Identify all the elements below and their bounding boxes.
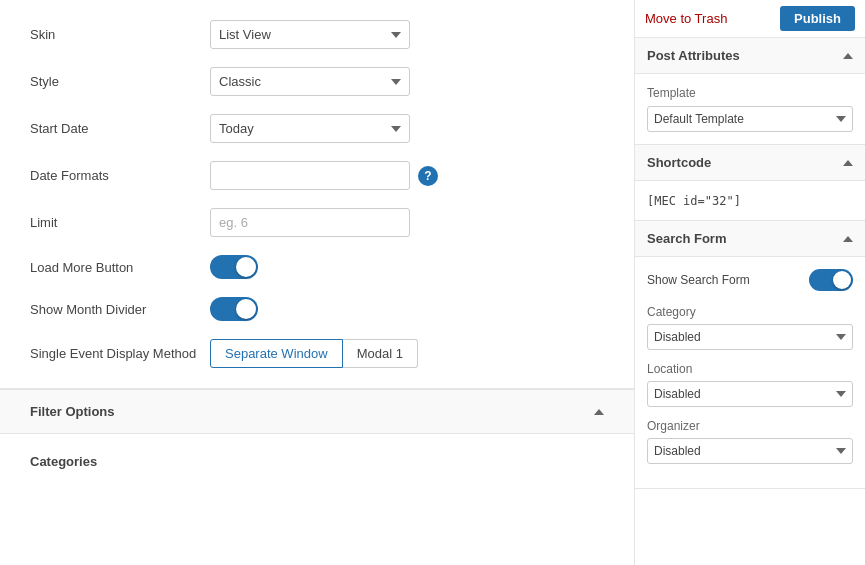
show-month-row: Show Month Divider xyxy=(30,297,604,321)
template-label: Template xyxy=(647,86,853,100)
modal-button[interactable]: Modal 1 xyxy=(343,339,418,368)
load-more-row: Load More Button xyxy=(30,255,604,279)
shortcode-value: [MEC id="32"] xyxy=(647,194,741,208)
skin-select[interactable]: List View Grid View Monthly View xyxy=(210,20,410,49)
start-date-row: Start Date Today Tomorrow This Week xyxy=(30,114,604,143)
sidebar-top-bar: Move to Trash Publish xyxy=(635,0,865,38)
shortcode-title: Shortcode xyxy=(647,155,711,170)
single-event-label: Single Event Display Method xyxy=(30,346,210,361)
organizer-select[interactable]: Disabled Enabled xyxy=(647,438,853,464)
load-more-label: Load More Button xyxy=(30,260,210,275)
post-attributes-title: Post Attributes xyxy=(647,48,740,63)
filter-options-title: Filter Options xyxy=(30,404,115,419)
category-select[interactable]: Disabled Enabled xyxy=(647,324,853,350)
post-attributes-widget: Post Attributes Template Default Templat… xyxy=(635,38,865,145)
limit-control xyxy=(210,208,410,237)
start-date-label: Start Date xyxy=(30,121,210,136)
load-more-toggle-wrap xyxy=(210,255,258,279)
style-select[interactable]: Classic Modern xyxy=(210,67,410,96)
show-month-toggle[interactable] xyxy=(210,297,258,321)
main-panel: Skin List View Grid View Monthly View St… xyxy=(0,0,635,565)
category-label: Category xyxy=(647,305,853,319)
shortcode-widget: Shortcode [MEC id="32"] xyxy=(635,145,865,221)
post-attributes-body: Template Default Template xyxy=(635,74,865,144)
style-control: Classic Modern xyxy=(210,67,410,96)
shortcode-chevron-icon xyxy=(843,160,853,166)
shortcode-header[interactable]: Shortcode xyxy=(635,145,865,181)
show-search-form-toggle[interactable] xyxy=(809,269,853,291)
location-label: Location xyxy=(647,362,853,376)
shortcode-body: [MEC id="32"] xyxy=(635,181,865,220)
show-month-label: Show Month Divider xyxy=(30,302,210,317)
style-label: Style xyxy=(30,74,210,89)
limit-row: Limit xyxy=(30,208,604,237)
skin-row: Skin List View Grid View Monthly View xyxy=(30,20,604,49)
organizer-label: Organizer xyxy=(647,419,853,433)
show-search-form-label: Show Search Form xyxy=(647,273,750,287)
right-sidebar: Move to Trash Publish Post Attributes Te… xyxy=(635,0,865,565)
skin-label: Skin xyxy=(30,27,210,42)
search-form-chevron-icon xyxy=(843,236,853,242)
load-more-toggle[interactable] xyxy=(210,255,258,279)
date-formats-help-icon[interactable]: ? xyxy=(418,166,438,186)
search-form-title: Search Form xyxy=(647,231,726,246)
show-search-form-row: Show Search Form xyxy=(647,269,853,291)
template-select[interactable]: Default Template xyxy=(647,106,853,132)
filter-options-header[interactable]: Filter Options xyxy=(0,390,634,434)
location-select[interactable]: Disabled Enabled xyxy=(647,381,853,407)
skin-control: List View Grid View Monthly View xyxy=(210,20,410,49)
publish-button[interactable]: Publish xyxy=(780,6,855,31)
categories-title: Categories xyxy=(30,454,604,469)
move-to-trash-link[interactable]: Move to Trash xyxy=(645,11,727,26)
limit-input[interactable] xyxy=(210,208,410,237)
single-event-row: Single Event Display Method Separate Win… xyxy=(30,339,604,368)
post-attributes-chevron-icon xyxy=(843,53,853,59)
filter-options-section: Filter Options Categories xyxy=(0,389,634,489)
search-form-body: Show Search Form Category Disabled Enabl… xyxy=(635,257,865,488)
date-formats-row: Date Formats M d Y ? xyxy=(30,161,604,190)
form-section: Skin List View Grid View Monthly View St… xyxy=(0,0,634,389)
search-form-widget: Search Form Show Search Form Category Di… xyxy=(635,221,865,489)
start-date-control: Today Tomorrow This Week xyxy=(210,114,410,143)
show-month-toggle-wrap xyxy=(210,297,258,321)
date-formats-control: M d Y xyxy=(210,161,410,190)
date-formats-label: Date Formats xyxy=(30,168,210,183)
limit-label: Limit xyxy=(30,215,210,230)
style-row: Style Classic Modern xyxy=(30,67,604,96)
single-event-btn-group: Separate Window Modal 1 xyxy=(210,339,418,368)
start-date-select[interactable]: Today Tomorrow This Week xyxy=(210,114,410,143)
post-attributes-header[interactable]: Post Attributes xyxy=(635,38,865,74)
filter-options-content: Categories xyxy=(0,434,634,489)
filter-options-chevron-icon xyxy=(594,409,604,415)
separate-window-button[interactable]: Separate Window xyxy=(210,339,343,368)
search-form-header[interactable]: Search Form xyxy=(635,221,865,257)
date-formats-input[interactable]: M d Y xyxy=(210,161,410,190)
